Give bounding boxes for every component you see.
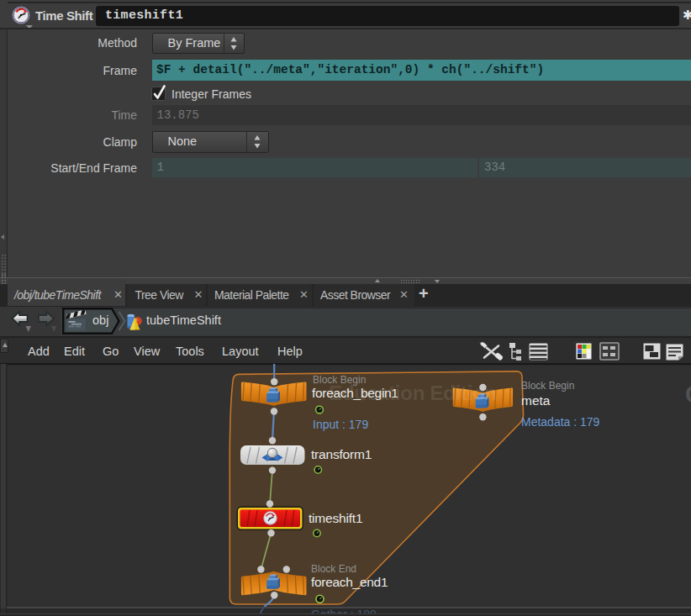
svg-text:Input : 179: Input : 179 [313, 418, 368, 431]
svg-text:Metadata : 179: Metadata : 179 [521, 415, 600, 429]
svg-text:timeshift1: timeshift1 [309, 511, 362, 525]
svg-text:transform1: transform1 [311, 447, 372, 461]
svg-text:G: G [685, 381, 691, 408]
svg-text:meta: meta [521, 393, 551, 408]
svg-text:Block Begin: Block Begin [521, 380, 574, 392]
svg-text:Block End: Block End [311, 563, 356, 575]
svg-text:Education Edition: Education Edition [329, 382, 497, 404]
svg-text:foreach_end1: foreach_end1 [311, 575, 388, 589]
